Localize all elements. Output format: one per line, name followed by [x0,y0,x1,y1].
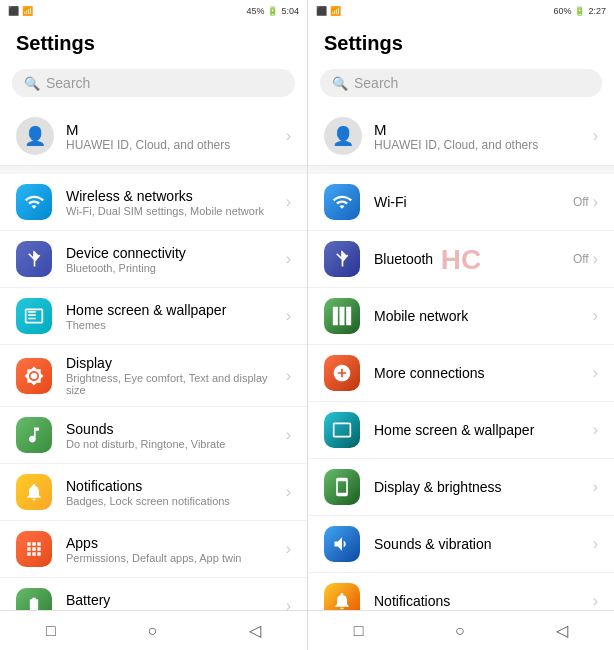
left-item-title-homescreen: Home screen & wallpaper [66,302,286,318]
right-item-text-notifications: Notifications [374,593,593,609]
left-item-title-device: Device connectivity [66,245,286,261]
left-item-sub-sounds: Do not disturb, Ringtone, Vibrate [66,438,286,450]
right-item-chevron-display: › [593,478,598,496]
left-item-sub-homescreen: Themes [66,319,286,331]
left-avatar: 👤 [16,117,54,155]
right-item-icon-sounds [324,526,360,562]
right-item-homescreen[interactable]: Home screen & wallpaper › [308,402,614,459]
left-item-text-sounds: Sounds Do not disturb, Ringtone, Vibrate [66,421,286,450]
left-item-icon-device [16,241,52,277]
right-item-text-sounds: Sounds & vibration [374,536,593,552]
right-phone-panel: ⬛ 📶 60% 🔋 2:27 Settings 🔍 Search 👤 M HUA… [307,0,614,650]
right-item-icon-homescreen [324,412,360,448]
right-item-display[interactable]: Display & brightness › [308,459,614,516]
left-item-chevron-notifications: › [286,483,291,501]
left-item-apps[interactable]: Apps Permissions, Default apps, App twin… [0,521,307,578]
left-status-bar: ⬛ 📶 45% 🔋 5:04 [0,0,307,22]
left-item-text-apps: Apps Permissions, Default apps, App twin [66,535,286,564]
left-item-sounds[interactable]: Sounds Do not disturb, Ringtone, Vibrate… [0,407,307,464]
right-item-title-wifi: Wi-Fi [374,194,573,210]
left-settings-list: Wireless & networks Wi-Fi, Dual SIM sett… [0,174,307,610]
left-user-sub: HUAWEI ID, Cloud, and others [66,138,286,152]
right-item-text-display: Display & brightness [374,479,593,495]
right-time: 2:27 [588,6,606,16]
left-search-placeholder: Search [46,75,90,91]
right-item-mobile[interactable]: Mobile network › [308,288,614,345]
left-divider-1 [0,166,307,174]
right-nav-home[interactable]: □ [334,616,384,646]
right-item-bluetooth[interactable]: Bluetooth Off › [308,231,614,288]
left-item-title-battery: Battery [66,592,286,608]
left-page-title: Settings [0,22,307,63]
left-item-title-display: Display [66,355,286,371]
left-nav-back[interactable]: ○ [127,616,177,646]
right-item-icon-wifi [324,184,360,220]
left-item-homescreen[interactable]: Home screen & wallpaper Themes › [0,288,307,345]
right-settings-list: Wi-Fi Off › Bluetooth Off › Mobile netwo… [308,174,614,610]
left-item-text-notifications: Notifications Badges, Lock screen notifi… [66,478,286,507]
right-item-wifi[interactable]: Wi-Fi Off › [308,174,614,231]
right-status-left: ⬛ 📶 [316,6,341,16]
right-item-title-bluetooth: Bluetooth [374,251,573,267]
left-nav-recent[interactable]: ◁ [229,615,281,646]
left-battery-icon: 🔋 [267,6,278,16]
right-user-name: M [374,121,593,138]
right-item-icon-mobile [324,298,360,334]
left-item-sub-notifications: Badges, Lock screen notifications [66,495,286,507]
left-search-bar: 🔍 Search [0,63,307,107]
right-item-icon-notifications [324,583,360,610]
right-item-more[interactable]: More connections › [308,345,614,402]
right-item-title-notifications: Notifications [374,593,593,609]
right-battery-icon: 🔋 [574,6,585,16]
left-item-wireless[interactable]: Wireless & networks Wi-Fi, Dual SIM sett… [0,174,307,231]
left-item-text-homescreen: Home screen & wallpaper Themes [66,302,286,331]
left-item-notifications[interactable]: Notifications Badges, Lock screen notifi… [0,464,307,521]
right-nav-recent[interactable]: ◁ [536,615,588,646]
right-item-text-wifi: Wi-Fi [374,194,573,210]
left-item-device[interactable]: Device connectivity Bluetooth, Printing … [0,231,307,288]
right-item-sounds[interactable]: Sounds & vibration › [308,516,614,573]
left-nav-bar: □ ○ ◁ [0,610,307,650]
right-search-icon: 🔍 [332,76,348,91]
right-item-value-bluetooth: Off [573,252,589,266]
right-signal-icon: ⬛ [316,6,327,16]
left-user-row[interactable]: 👤 M HUAWEI ID, Cloud, and others › [0,107,307,166]
left-item-title-notifications: Notifications [66,478,286,494]
left-item-text-device: Device connectivity Bluetooth, Printing [66,245,286,274]
right-status-bar: ⬛ 📶 60% 🔋 2:27 [308,0,614,22]
left-item-icon-wireless [16,184,52,220]
left-time: 5:04 [281,6,299,16]
left-search-input[interactable]: 🔍 Search [12,69,295,97]
right-item-icon-bluetooth [324,241,360,277]
right-search-placeholder: Search [354,75,398,91]
left-item-battery[interactable]: Battery Power saving mode, Battery usage… [0,578,307,610]
right-nav-back[interactable]: ○ [435,616,485,646]
signal-bars: 📶 [22,6,33,16]
left-item-sub-apps: Permissions, Default apps, App twin [66,552,286,564]
right-divider-1 [308,166,614,174]
right-item-chevron-notifications: › [593,592,598,610]
right-item-chevron-sounds: › [593,535,598,553]
right-user-row[interactable]: 👤 M HUAWEI ID, Cloud, and others › [308,107,614,166]
left-nav-home[interactable]: □ [26,616,76,646]
left-search-icon: 🔍 [24,76,40,91]
left-item-title-sounds: Sounds [66,421,286,437]
left-item-display[interactable]: Display Brightness, Eye comfort, Text an… [0,345,307,407]
right-nav-bar: □ ○ ◁ [308,610,614,650]
left-item-icon-notifications [16,474,52,510]
right-item-text-homescreen: Home screen & wallpaper [374,422,593,438]
right-user-info: M HUAWEI ID, Cloud, and others [374,121,593,152]
left-status-right: 45% 🔋 5:04 [246,6,299,16]
right-item-chevron-bluetooth: › [593,250,598,268]
right-status-right: 60% 🔋 2:27 [553,6,606,16]
left-item-title-apps: Apps [66,535,286,551]
right-search-input[interactable]: 🔍 Search [320,69,602,97]
left-item-chevron-apps: › [286,540,291,558]
left-item-title-wireless: Wireless & networks [66,188,286,204]
left-phone-panel: ⬛ 📶 45% 🔋 5:04 Settings 🔍 Search 👤 M HUA… [0,0,307,650]
left-item-icon-display [16,358,52,394]
right-item-notifications[interactable]: Notifications › [308,573,614,610]
left-item-icon-homescreen [16,298,52,334]
left-item-icon-sounds [16,417,52,453]
right-item-text-more: More connections [374,365,593,381]
